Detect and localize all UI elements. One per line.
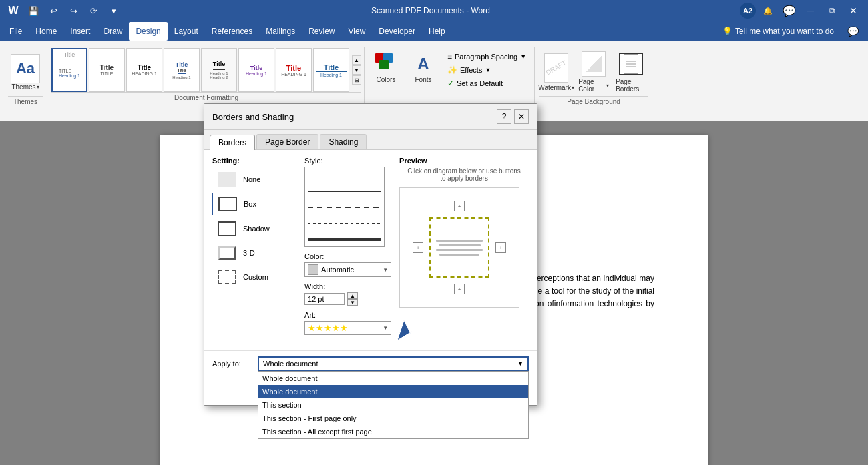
lightbulb-icon: 💡 bbox=[722, 27, 732, 36]
gallery-scroll-up[interactable]: ▲ bbox=[352, 55, 361, 65]
save-qat-btn[interactable]: 💾 bbox=[25, 3, 41, 19]
style-thumb-0[interactable]: Title TITLEHeading 1 bbox=[51, 48, 87, 92]
watermark-chevron: ▾ bbox=[572, 85, 574, 91]
width-down-btn[interactable]: ▼ bbox=[347, 299, 358, 306]
menu-references[interactable]: References bbox=[205, 22, 259, 41]
setting-shadow[interactable]: Shadow bbox=[212, 218, 296, 240]
setting-none[interactable]: None bbox=[212, 169, 296, 190]
art-dropdown[interactable]: ★★★★★ ▼ bbox=[304, 321, 391, 335]
menu-view[interactable]: View bbox=[342, 22, 373, 41]
preview-top-btn[interactable]: + bbox=[454, 201, 465, 211]
set-default-label: Set as Default bbox=[457, 79, 503, 87]
menu-home[interactable]: Home bbox=[29, 22, 63, 41]
style-line-4[interactable] bbox=[305, 215, 384, 231]
style-scrollbox[interactable] bbox=[304, 167, 385, 247]
page-borders-btn[interactable]: Page Borders bbox=[614, 49, 648, 95]
effects-icon: ✨ bbox=[447, 65, 457, 75]
menu-layout[interactable]: Layout bbox=[168, 22, 205, 41]
apply-option-all-except-first[interactable]: This section - All except first page bbox=[258, 425, 528, 438]
color-value: Automatic bbox=[321, 266, 354, 274]
page-color-label: Page Color bbox=[578, 78, 606, 93]
apply-section: Apply to: Whole document ▼ Whole documen… bbox=[204, 350, 537, 382]
apply-dropdown-arrow: ▼ bbox=[517, 360, 523, 367]
borders-shading-dialog[interactable]: Borders and Shading ? ✕ Borders Page Bor… bbox=[204, 103, 537, 406]
apply-option-first-page[interactable]: This section - First page only bbox=[258, 412, 528, 425]
paragraph-spacing-btn[interactable]: ≡ Paragraph Spacing ▼ bbox=[443, 51, 530, 63]
style-line-2[interactable] bbox=[305, 183, 384, 199]
page-color-btn[interactable]: Page Color ▾ bbox=[576, 49, 611, 95]
close-btn[interactable]: ✕ bbox=[844, 1, 863, 20]
menu-help[interactable]: Help bbox=[422, 22, 452, 41]
3d-preview bbox=[215, 244, 239, 262]
preview-box[interactable]: + + + + bbox=[399, 187, 519, 308]
user-avatar[interactable]: A2 bbox=[740, 3, 756, 19]
tab-shading[interactable]: Shading bbox=[320, 134, 367, 149]
menu-design[interactable]: Design bbox=[129, 22, 167, 41]
paragraph-spacing-icon: ≡ bbox=[447, 52, 452, 61]
watermark-preview-icon: DRAFT bbox=[545, 59, 568, 76]
style-thumb-2[interactable]: Title HEADING 1 bbox=[126, 48, 162, 92]
undo-qat-btn[interactable]: ↩ bbox=[45, 3, 61, 19]
preview-page[interactable] bbox=[429, 217, 489, 278]
color-dropdown[interactable]: Automatic ▼ bbox=[304, 262, 391, 277]
color-dropdown-arrow: ▼ bbox=[383, 267, 388, 273]
style-thumb-5[interactable]: Title Heading 1 bbox=[238, 48, 274, 92]
preview-right-btn[interactable]: + bbox=[495, 242, 506, 253]
style-thumb-4[interactable]: Title Heading 1Heading 2 bbox=[201, 48, 237, 92]
colors-label: Colors bbox=[377, 76, 396, 83]
redo-qat-btn[interactable]: ↪ bbox=[65, 3, 81, 19]
menu-draw[interactable]: Draw bbox=[97, 22, 129, 41]
style-thumb-1[interactable]: Title TITLE bbox=[89, 48, 125, 92]
restore-btn[interactable]: ⧉ bbox=[823, 1, 841, 20]
tell-me-bar[interactable]: 💡 Tell me what you want to do bbox=[716, 22, 841, 41]
dialog-close-btn[interactable]: ✕ bbox=[514, 109, 529, 124]
setting-custom[interactable]: Custom bbox=[212, 266, 296, 288]
page-color-icon bbox=[586, 56, 602, 72]
gallery-more[interactable]: ⊞ bbox=[352, 75, 361, 85]
style-line-5[interactable] bbox=[305, 231, 384, 247]
menu-mailings[interactable]: Mailings bbox=[259, 22, 302, 41]
width-up-btn[interactable]: ▲ bbox=[347, 292, 358, 299]
setting-3d[interactable]: 3-D bbox=[212, 242, 296, 264]
effects-btn[interactable]: ✨ Effects ▼ bbox=[443, 64, 530, 76]
refresh-qat-btn[interactable]: ⟳ bbox=[85, 3, 101, 19]
more-qat-btn[interactable]: ▾ bbox=[105, 3, 122, 19]
style-line-1[interactable] bbox=[305, 167, 384, 183]
set-default-btn[interactable]: ✓ Set as Default bbox=[443, 77, 530, 89]
style-thumb-6[interactable]: Title HEADING 1 bbox=[276, 48, 312, 92]
tab-page-border[interactable]: Page Border bbox=[256, 134, 318, 149]
style-thumb-3[interactable]: Title Title Heading 1 bbox=[164, 48, 200, 92]
preview-bottom-btn[interactable]: + bbox=[454, 284, 465, 294]
fonts-button[interactable]: A Fonts bbox=[406, 49, 441, 87]
minimize-btn[interactable]: ─ bbox=[801, 1, 820, 20]
width-field-label: Width: bbox=[304, 282, 391, 290]
menu-file[interactable]: File bbox=[3, 22, 29, 41]
comments-menu-btn[interactable]: 💬 bbox=[841, 22, 865, 41]
tab-borders[interactable]: Borders bbox=[210, 135, 255, 150]
comments-btn[interactable]: 💬 bbox=[780, 1, 799, 20]
preview-left-btn[interactable]: + bbox=[413, 242, 423, 253]
watermark-btn[interactable]: DRAFT Watermark ▾ bbox=[539, 49, 574, 95]
apply-option-this-section[interactable]: This section bbox=[258, 398, 528, 412]
doc-formatting-label: Document Formatting bbox=[51, 92, 361, 103]
themes-button[interactable]: Aa Themes ▾ bbox=[8, 54, 43, 91]
apply-option-whole-doc-2[interactable]: Whole document bbox=[258, 385, 528, 398]
width-input[interactable] bbox=[304, 293, 345, 305]
style-line-3[interactable] bbox=[305, 199, 384, 215]
apply-dropdown-trigger[interactable]: Whole document ▼ bbox=[258, 356, 529, 371]
menu-developer[interactable]: Developer bbox=[372, 22, 422, 41]
apply-option-whole-doc-1[interactable]: Whole document bbox=[258, 372, 528, 385]
colors-button[interactable]: Colors bbox=[369, 49, 403, 87]
art-field: Art: ★★★★★ ▼ bbox=[304, 311, 391, 335]
setting-box[interactable]: Box bbox=[212, 193, 296, 215]
dialog-help-btn[interactable]: ? bbox=[497, 109, 511, 124]
style-field-label: Style: bbox=[304, 157, 391, 165]
gallery-scroll-down[interactable]: ▼ bbox=[352, 65, 361, 75]
preview-label: Preview bbox=[399, 157, 529, 165]
style-thumb-7[interactable]: Title Heading 1 bbox=[313, 48, 349, 92]
menu-review[interactable]: Review bbox=[302, 22, 341, 41]
share-btn[interactable]: 🔔 bbox=[758, 1, 777, 20]
menu-insert[interactable]: Insert bbox=[63, 22, 97, 41]
width-field: Width: ▲ ▼ bbox=[304, 282, 391, 306]
themes-dropdown-icon[interactable]: ▾ bbox=[37, 84, 39, 90]
